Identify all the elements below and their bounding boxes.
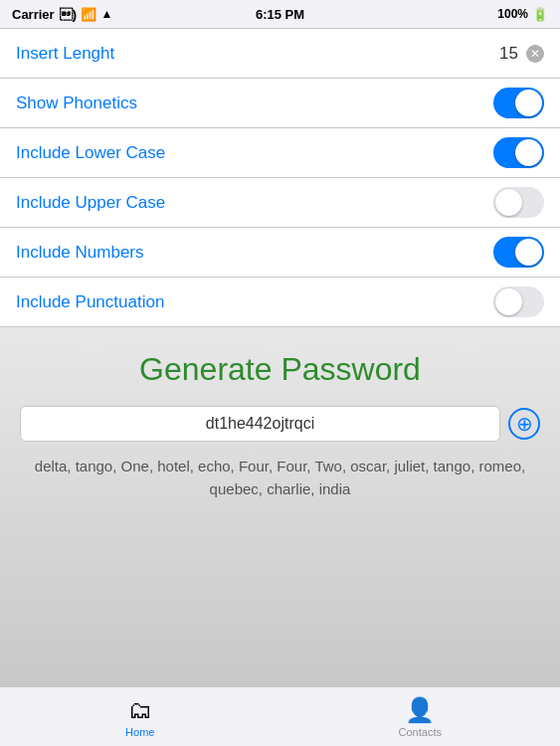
generate-title[interactable]: Generate Password (139, 351, 421, 388)
wifi-icon: ) 📶 (60, 7, 96, 22)
insert-length-label: Insert Lenght (16, 44, 114, 64)
status-time: 6:15 PM (256, 7, 304, 22)
tab-bar: 🗂 Home 👤 Contacts (0, 686, 560, 746)
status-bar: Carrier ) 📶 ▲ 6:15 PM 100% 🔋 (0, 0, 560, 28)
toggle-include-punctuation[interactable] (493, 286, 544, 317)
toggle-knob-show-phonetics (515, 90, 542, 116)
status-carrier: Carrier ) 📶 ▲ (12, 7, 112, 22)
battery-percent: 100% (497, 7, 528, 21)
toggle-rows-container: Show PhoneticsInclude Lower CaseInclude … (0, 79, 560, 327)
carrier-label: Carrier (12, 7, 55, 22)
home-icon: 🗂 (128, 696, 152, 724)
setting-row-show-phonetics: Show Phonetics (0, 79, 560, 128)
generate-section: Generate Password ⊕ delta, tango, One, h… (0, 327, 560, 686)
signal-icon: ▲ (101, 7, 113, 21)
label-include-upper-case: Include Upper Case (16, 193, 165, 213)
tab-home[interactable]: 🗂 Home (100, 696, 180, 738)
setting-row-include-punctuation: Include Punctuation (0, 278, 560, 327)
toggle-include-upper-case[interactable] (493, 187, 544, 218)
toggle-include-lower-case[interactable] (493, 137, 544, 168)
setting-row-include-upper-case: Include Upper Case (0, 178, 560, 228)
status-battery: 100% 🔋 (497, 7, 548, 22)
tab-contacts-label: Contacts (399, 726, 442, 738)
copy-button[interactable]: ⊕ (508, 408, 540, 440)
insert-length-row: Insert Lenght 15 ✕ (0, 29, 560, 79)
toggle-knob-include-upper-case (495, 189, 522, 216)
tab-home-label: Home (125, 726, 154, 738)
settings-list: Insert Lenght 15 ✕ Show PhoneticsInclude… (0, 28, 560, 327)
clear-button[interactable]: ✕ (526, 45, 544, 63)
label-include-punctuation: Include Punctuation (16, 292, 164, 312)
setting-row-include-lower-case: Include Lower Case (0, 128, 560, 178)
tab-contacts[interactable]: 👤 Contacts (380, 696, 460, 738)
password-row: ⊕ (20, 406, 540, 442)
toggle-knob-include-numbers (515, 239, 542, 266)
contacts-icon: 👤 (405, 696, 435, 724)
label-include-numbers: Include Numbers (16, 243, 144, 263)
setting-row-include-numbers: Include Numbers (0, 228, 560, 278)
battery-icon: 🔋 (532, 7, 548, 22)
insert-length-value: 15 (499, 44, 518, 64)
password-field[interactable] (20, 406, 500, 442)
toggle-include-numbers[interactable] (493, 237, 544, 268)
phonetics-text: delta, tango, One, hotel, echo, Four, Fo… (20, 456, 540, 500)
insert-length-value-row: 15 ✕ (499, 44, 544, 64)
toggle-knob-include-lower-case (515, 139, 542, 166)
label-include-lower-case: Include Lower Case (16, 143, 165, 163)
label-show-phonetics: Show Phonetics (16, 93, 137, 113)
toggle-knob-include-punctuation (495, 288, 522, 315)
toggle-show-phonetics[interactable] (493, 88, 544, 118)
